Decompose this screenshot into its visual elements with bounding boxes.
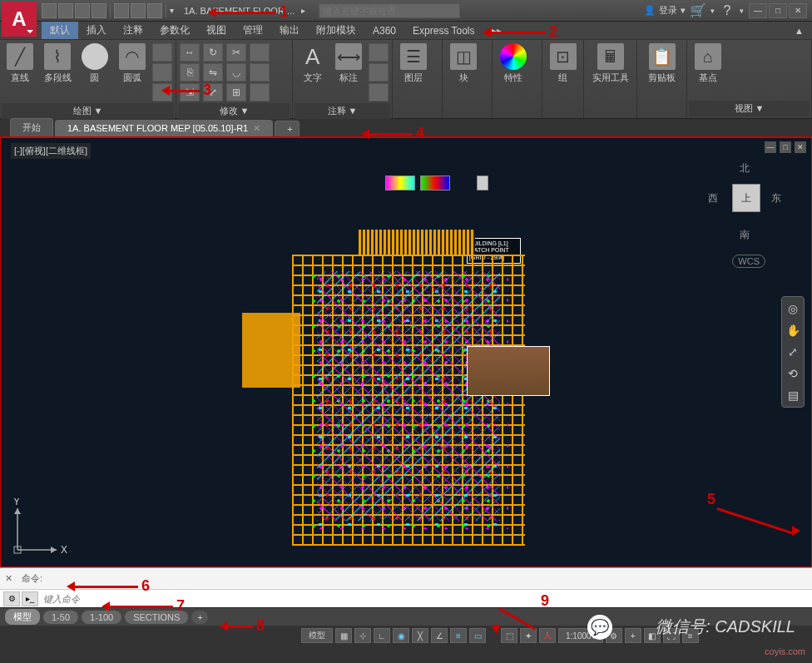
- drawing-viewport[interactable]: [-][俯视][二维线框] — □ ✕ BUILDING [L1] MATCH …: [0, 137, 812, 567]
- viewcube-east[interactable]: 东: [771, 191, 781, 205]
- viewcube-south[interactable]: 南: [740, 228, 750, 242]
- viewcube-west[interactable]: 西: [708, 191, 718, 205]
- wcs-label[interactable]: WCS: [732, 255, 765, 268]
- array-button[interactable]: ⊞: [226, 83, 246, 101]
- qat-undo-icon[interactable]: [131, 3, 146, 18]
- tab-parametric[interactable]: 参数化: [151, 22, 198, 39]
- dimension-button[interactable]: ⟷标注: [333, 43, 366, 84]
- status-ortho-icon[interactable]: ∟: [374, 628, 390, 643]
- viewcube-north[interactable]: 北: [740, 161, 750, 176]
- line-button[interactable]: ╱直线: [3, 43, 37, 84]
- ucs-icon[interactable]: X Y: [11, 498, 69, 557]
- clipboard-button[interactable]: 📋剪贴板: [641, 43, 683, 84]
- viewcube[interactable]: 上 北 南 东 西: [703, 155, 786, 238]
- qat-new-icon[interactable]: [42, 3, 57, 18]
- tab-insert[interactable]: 插入: [78, 22, 115, 39]
- status-transparency-icon[interactable]: ▭: [469, 628, 486, 643]
- mirror-button[interactable]: ⇋: [203, 63, 223, 82]
- layout-tab-model[interactable]: 模型: [5, 609, 40, 625]
- qat-save-icon[interactable]: [75, 3, 90, 18]
- basepoint-button[interactable]: ⌂基点: [691, 43, 725, 84]
- maximize-button[interactable]: □: [769, 3, 787, 18]
- tab-express[interactable]: Express Tools: [404, 23, 483, 38]
- draw-small-1[interactable]: [152, 43, 172, 62]
- viewport-label[interactable]: [-][俯视][二维线框]: [11, 143, 91, 159]
- stretch-button[interactable]: ⇲: [180, 83, 200, 101]
- search-input[interactable]: [319, 3, 460, 18]
- panel-title[interactable]: 视图 ▼: [689, 101, 810, 116]
- qat-saveas-icon[interactable]: [92, 3, 106, 18]
- copy-button[interactable]: ⎘: [180, 63, 200, 82]
- ann-small-1[interactable]: [369, 43, 389, 62]
- tab-view[interactable]: 视图: [198, 22, 235, 39]
- arc-button[interactable]: ◠圆弧: [115, 43, 149, 84]
- status-snap-icon[interactable]: ⊹: [354, 628, 371, 643]
- layout-tab-1-50[interactable]: 1-50: [43, 611, 78, 624]
- properties-button[interactable]: 特性: [496, 43, 531, 84]
- modify-more-3[interactable]: [250, 83, 270, 101]
- customize-icon[interactable]: ⚙: [3, 591, 20, 606]
- vp-minimize-button[interactable]: —: [765, 141, 776, 153]
- trim-button[interactable]: ✂: [226, 43, 246, 62]
- status-model-button[interactable]: 模型: [301, 628, 333, 643]
- fillet-button[interactable]: ◡: [226, 63, 246, 82]
- qat-open-icon[interactable]: [58, 3, 73, 18]
- ann-small-3[interactable]: [369, 83, 389, 101]
- move-button[interactable]: ↔: [180, 43, 200, 62]
- panel-title[interactable]: 修改 ▼: [178, 103, 290, 119]
- status-selection-icon[interactable]: ⬚: [501, 628, 517, 643]
- tab-annotate[interactable]: 注释: [115, 22, 151, 39]
- rotate-button[interactable]: ↻: [203, 43, 223, 62]
- steering-wheel-icon[interactable]: ◎: [785, 300, 801, 317]
- status-osnap-icon[interactable]: ╳: [412, 628, 428, 643]
- command-input[interactable]: [40, 594, 809, 604]
- zoom-extents-icon[interactable]: ⤢: [785, 344, 801, 360]
- showmotion-icon[interactable]: ▤: [785, 387, 801, 403]
- utilities-button[interactable]: 🖩实用工具: [587, 43, 633, 84]
- status-polar-icon[interactable]: ◉: [393, 628, 409, 643]
- tab-manage[interactable]: 管理: [235, 22, 271, 39]
- text-button[interactable]: A文字: [296, 43, 329, 84]
- viewcube-face[interactable]: 上: [732, 184, 760, 212]
- modify-more-1[interactable]: [250, 43, 270, 62]
- status-plus-icon[interactable]: +: [625, 628, 641, 643]
- tab-a360[interactable]: A360: [364, 23, 404, 38]
- panel-title[interactable]: 注释 ▼: [295, 103, 390, 119]
- orbit-icon[interactable]: ⟲: [785, 365, 801, 382]
- modify-more-2[interactable]: [250, 63, 270, 82]
- close-icon[interactable]: ✕: [5, 573, 15, 584]
- tab-output[interactable]: 输出: [271, 22, 308, 39]
- status-grid-icon[interactable]: ▦: [335, 628, 352, 643]
- close-button[interactable]: ✕: [789, 3, 807, 18]
- new-tab-button[interactable]: +: [275, 121, 300, 136]
- circle-button[interactable]: 圆: [78, 43, 112, 84]
- minimize-button[interactable]: —: [749, 3, 767, 18]
- qat-dropdown-icon[interactable]: ▾: [170, 6, 174, 15]
- polyline-button[interactable]: ⌇多段线: [41, 43, 75, 84]
- draw-small-2[interactable]: [152, 63, 172, 82]
- file-tab-document[interactable]: 1A. BASEMENT FLOOR MEP [05.05.10]-R1✕: [55, 120, 273, 136]
- qat-print-icon[interactable]: [114, 3, 129, 18]
- vp-close-button[interactable]: ✕: [795, 141, 806, 153]
- add-layout-button[interactable]: +: [191, 611, 208, 624]
- tab-default[interactable]: 默认: [42, 22, 78, 39]
- status-annotation-icon[interactable]: 人: [539, 628, 556, 643]
- group-button[interactable]: ⊡组: [546, 43, 580, 84]
- exchange-icon[interactable]: 🛒: [691, 3, 706, 18]
- layout-tab-1-100[interactable]: 1-100: [82, 611, 121, 624]
- title-dropdown-icon[interactable]: ▸: [301, 6, 305, 15]
- qat-redo-icon[interactable]: [147, 3, 162, 18]
- login-button[interactable]: 👤 登录 ▾: [644, 4, 686, 17]
- block-button[interactable]: ◫块: [446, 43, 481, 84]
- panel-title[interactable]: 绘图 ▼: [2, 103, 174, 119]
- file-tab-start[interactable]: 开始: [10, 118, 53, 136]
- close-icon[interactable]: ✕: [253, 123, 260, 133]
- status-lweight-icon[interactable]: ≡: [450, 628, 467, 643]
- pan-icon[interactable]: ✋: [785, 322, 801, 339]
- tab-addins[interactable]: 附加模块: [308, 22, 364, 39]
- ribbon-collapse-icon[interactable]: ▲: [795, 26, 804, 36]
- command-prompt-icon[interactable]: ▸_: [22, 591, 38, 606]
- chevron-down-icon[interactable]: ▾: [710, 7, 715, 15]
- vp-maximize-button[interactable]: □: [780, 141, 791, 153]
- layers-button[interactable]: ☰图层: [396, 43, 431, 84]
